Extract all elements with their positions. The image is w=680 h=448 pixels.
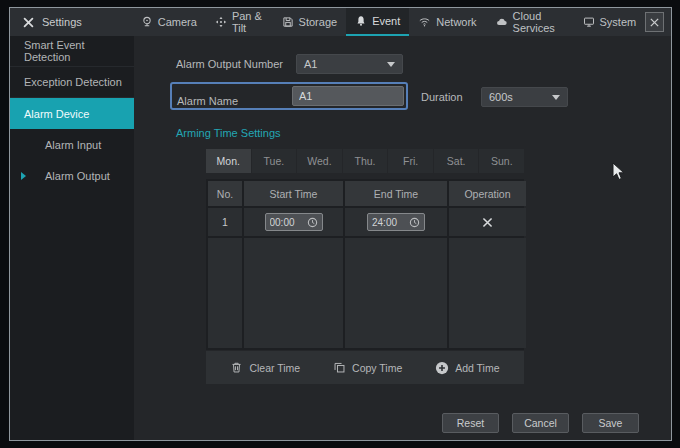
storage-icon (282, 16, 294, 28)
empty-cell (345, 238, 447, 348)
app-title-label: Settings (42, 16, 82, 28)
chevron-down-icon (552, 95, 560, 100)
start-time-picker[interactable] (265, 213, 323, 231)
delete-x-icon (481, 216, 494, 229)
trash-icon (230, 361, 243, 374)
content: Alarm Output Number A1 Alarm Name Durati… (134, 36, 671, 440)
empty-cell (449, 238, 526, 348)
day-tab-fri[interactable]: Fri. (388, 149, 433, 173)
sidebar: Smart Event Detection Exception Detectio… (10, 36, 134, 440)
day-tab-mon[interactable]: Mon. (206, 149, 251, 173)
end-time-input[interactable] (372, 217, 404, 228)
day-tab-wed[interactable]: Wed. (297, 149, 342, 173)
sidebar-item-smart-event-detection[interactable]: Smart Event Detection (10, 36, 134, 67)
close-button[interactable] (645, 12, 664, 32)
cloud-icon (495, 16, 508, 28)
alarm-name-label: Alarm Name (177, 95, 238, 107)
alarm-name-input[interactable] (292, 86, 404, 106)
day-tab-tue[interactable]: Tue. (252, 149, 297, 173)
end-time-cell (345, 208, 447, 236)
duration-value: 600s (489, 91, 513, 103)
delete-row-button[interactable] (481, 216, 494, 229)
table-actions: Clear Time Copy Time Add Time (206, 351, 524, 384)
alarm-name-field-group: Alarm Name (170, 82, 408, 110)
row-number-cell: 1 (208, 208, 242, 236)
camera-icon (141, 16, 153, 28)
alarm-output-number-label: Alarm Output Number (176, 58, 283, 70)
tab-cloud-services[interactable]: Cloud Services (486, 8, 574, 36)
app-title: Settings (10, 8, 94, 36)
tab-network[interactable]: Network (409, 8, 485, 36)
add-circle-icon (435, 361, 449, 375)
day-tab-thu[interactable]: Thu. (343, 149, 388, 173)
clock-icon[interactable] (307, 217, 318, 228)
start-time-input[interactable] (270, 217, 302, 228)
close-icon (649, 17, 660, 28)
empty-cell (244, 238, 343, 348)
add-time-button[interactable]: Add Time (435, 361, 499, 375)
sidebar-item-alarm-device[interactable]: Alarm Device (10, 98, 134, 129)
col-header-operation: Operation (449, 181, 526, 206)
caret-right-icon (21, 172, 26, 180)
sidebar-item-alarm-output[interactable]: Alarm Output (10, 160, 134, 191)
empty-cell (208, 238, 242, 348)
duration-select[interactable]: 600s (481, 87, 568, 107)
cancel-button[interactable]: Cancel (512, 413, 569, 433)
arming-time-settings-title: Arming Time Settings (176, 127, 281, 139)
tab-camera[interactable]: Camera (132, 8, 206, 36)
start-time-cell (244, 208, 343, 236)
schedule-table: No. Start Time End Time Operation 1 (206, 179, 524, 350)
wifi-icon (418, 16, 431, 28)
operation-cell (449, 208, 526, 236)
duration-label: Duration (421, 91, 463, 103)
col-header-end-time: End Time (345, 181, 447, 206)
settings-window: Settings Camera Pan & Tilt Storage (9, 7, 672, 441)
clock-icon[interactable] (409, 217, 420, 228)
sidebar-item-exception-detection[interactable]: Exception Detection (10, 67, 134, 98)
tools-icon (22, 16, 35, 29)
save-button[interactable]: Save (582, 413, 639, 433)
col-header-no: No. (208, 181, 242, 206)
day-tabs: Mon. Tue. Wed. Thu. Fri. Sat. Sun. (206, 149, 524, 173)
window-body: Smart Event Detection Exception Detectio… (10, 36, 671, 440)
main-tabs: Camera Pan & Tilt Storage Event (132, 8, 645, 36)
tab-storage[interactable]: Storage (273, 8, 347, 36)
copy-icon (333, 361, 346, 374)
chevron-down-icon (387, 62, 395, 67)
tab-event[interactable]: Event (346, 8, 409, 36)
end-time-picker[interactable] (367, 213, 425, 231)
bell-icon (355, 15, 367, 27)
pan-tilt-icon (215, 16, 227, 28)
footer-buttons: Reset Cancel Save (442, 413, 639, 433)
day-tab-sun[interactable]: Sun. (479, 149, 524, 173)
col-header-start-time: Start Time (244, 181, 343, 206)
reset-button[interactable]: Reset (442, 413, 499, 433)
monitor-icon (583, 16, 595, 28)
sidebar-item-alarm-input[interactable]: Alarm Input (10, 129, 134, 160)
tab-system[interactable]: System (574, 8, 646, 36)
tab-pan-tilt[interactable]: Pan & Tilt (206, 8, 273, 36)
day-tab-sat[interactable]: Sat. (434, 149, 479, 173)
alarm-output-number-select[interactable]: A1 (296, 54, 403, 74)
topbar: Settings Camera Pan & Tilt Storage (10, 8, 671, 36)
clear-time-button[interactable]: Clear Time (230, 361, 300, 374)
copy-time-button[interactable]: Copy Time (333, 361, 402, 374)
alarm-output-number-value: A1 (304, 58, 317, 70)
